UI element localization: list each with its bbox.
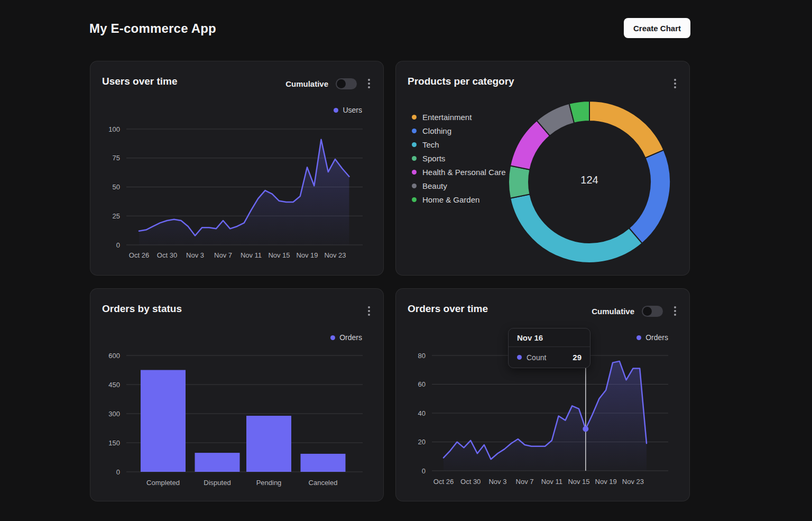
svg-text:Nov 3: Nov 3 xyxy=(186,251,204,259)
cumulative-label: Cumulative xyxy=(592,307,634,316)
toggle-knob-icon xyxy=(643,307,652,316)
svg-text:Nov 7: Nov 7 xyxy=(516,478,534,486)
svg-text:Nov 23: Nov 23 xyxy=(324,251,346,259)
card-orders-over-time: Orders over time Cumulative Orders 02040… xyxy=(395,288,690,501)
svg-text:25: 25 xyxy=(113,212,120,220)
svg-text:Nov 15: Nov 15 xyxy=(568,478,589,486)
svg-text:Nov 3: Nov 3 xyxy=(488,478,506,486)
series-legend[interactable]: Users xyxy=(334,106,362,114)
svg-text:100: 100 xyxy=(108,125,120,133)
svg-text:75: 75 xyxy=(113,154,120,162)
svg-text:600: 600 xyxy=(108,352,120,360)
cumulative-toggle[interactable] xyxy=(336,78,357,89)
tooltip-series-dot-icon xyxy=(517,355,522,360)
svg-text:60: 60 xyxy=(418,380,426,388)
tooltip-date: Nov 16 xyxy=(509,328,590,347)
legend-label: Users xyxy=(343,106,362,114)
svg-text:Disputed: Disputed xyxy=(204,479,230,487)
legend-dot-icon xyxy=(330,335,335,340)
svg-text:50: 50 xyxy=(113,183,120,191)
svg-text:Oct 26: Oct 26 xyxy=(433,478,454,486)
products-donut-chart[interactable] xyxy=(396,61,690,275)
orders-bar-chart[interactable]: 0150300450600CompletedDisputedPendingCan… xyxy=(90,346,384,494)
svg-text:Nov 15: Nov 15 xyxy=(268,251,290,259)
svg-text:40: 40 xyxy=(418,409,426,417)
cumulative-toggle[interactable] xyxy=(642,306,663,317)
svg-text:Pending: Pending xyxy=(256,479,282,487)
toggle-knob-icon xyxy=(337,79,346,88)
tooltip-value: 29 xyxy=(573,353,582,362)
svg-text:150: 150 xyxy=(108,439,120,447)
svg-text:Nov 19: Nov 19 xyxy=(595,478,617,486)
card-users-over-time: Users over time Cumulative Users 0255075… xyxy=(90,61,384,276)
svg-text:0: 0 xyxy=(116,468,120,476)
dashboard-page: My E-commerce App Create Chart Users ove… xyxy=(0,0,812,521)
cumulative-label: Cumulative xyxy=(285,79,328,88)
svg-text:Completed: Completed xyxy=(146,479,180,487)
svg-text:Nov 11: Nov 11 xyxy=(241,251,262,259)
svg-text:Oct 30: Oct 30 xyxy=(157,251,177,259)
card-orders-by-status: Orders by status Orders 0150300450600Com… xyxy=(90,288,384,501)
chart-tooltip: Nov 16 Count 29 xyxy=(508,328,590,368)
legend-label: Orders xyxy=(645,333,668,342)
series-legend[interactable]: Orders xyxy=(636,333,668,342)
kebab-menu-icon[interactable] xyxy=(364,76,374,91)
svg-text:Nov 19: Nov 19 xyxy=(296,251,318,259)
svg-text:Oct 26: Oct 26 xyxy=(129,251,149,259)
legend-dot-icon xyxy=(334,108,338,113)
svg-text:Nov 11: Nov 11 xyxy=(541,478,562,486)
donut-center-value: 124 xyxy=(563,174,616,186)
svg-text:Nov 7: Nov 7 xyxy=(214,251,232,259)
svg-text:0: 0 xyxy=(422,467,426,475)
tooltip-series-label: Count xyxy=(527,353,568,362)
kebab-menu-icon[interactable] xyxy=(670,304,680,318)
svg-text:Canceled: Canceled xyxy=(309,479,338,487)
svg-text:80: 80 xyxy=(418,352,426,360)
kebab-menu-icon[interactable] xyxy=(364,304,374,318)
page-title: My E-commerce App xyxy=(89,21,216,36)
card-products-per-category: Products per category EntertainmentCloth… xyxy=(395,61,690,276)
svg-text:450: 450 xyxy=(108,381,120,389)
users-line-chart[interactable]: 0255075100Oct 26Oct 30Nov 3Nov 7Nov 11No… xyxy=(90,118,384,272)
card-title: Users over time xyxy=(102,76,178,87)
svg-text:20: 20 xyxy=(418,438,426,446)
legend-dot-icon xyxy=(636,335,641,340)
card-title: Orders over time xyxy=(408,303,488,315)
svg-text:0: 0 xyxy=(116,241,120,249)
svg-text:Nov 23: Nov 23 xyxy=(622,478,644,486)
svg-text:300: 300 xyxy=(108,410,120,418)
svg-text:Oct 30: Oct 30 xyxy=(460,478,481,486)
series-legend[interactable]: Orders xyxy=(330,333,362,342)
create-chart-button[interactable]: Create Chart xyxy=(624,18,690,38)
legend-label: Orders xyxy=(339,333,362,342)
card-title: Orders by status xyxy=(102,303,182,315)
orders-line-chart[interactable]: 020406080Oct 26Oct 30Nov 3Nov 7Nov 11Nov… xyxy=(396,346,690,494)
